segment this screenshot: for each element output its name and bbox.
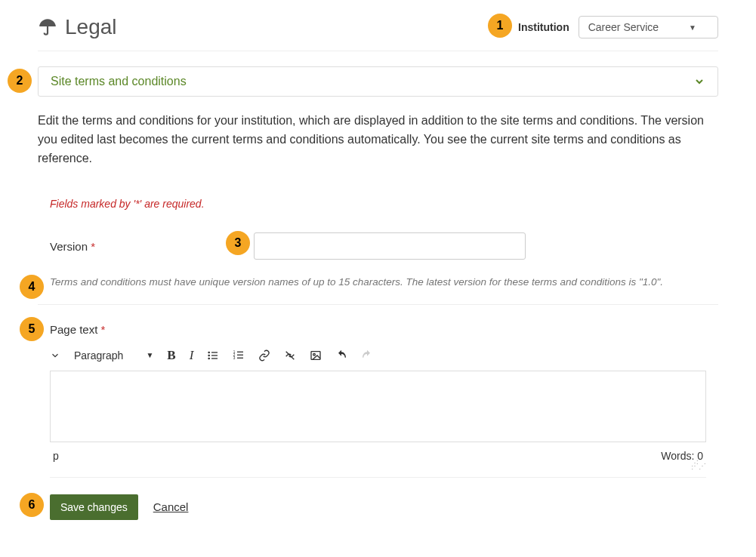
- svg-point-4: [208, 357, 211, 359]
- save-button[interactable]: Save changes: [50, 494, 138, 520]
- editor-path: p: [53, 450, 59, 462]
- annotation-1: 1: [488, 14, 512, 38]
- redo-button[interactable]: [361, 349, 373, 362]
- chevron-down-icon: [693, 75, 705, 88]
- svg-point-0: [208, 351, 211, 353]
- undo-button[interactable]: [335, 349, 347, 362]
- editor-toolbar: Paragraph ▼ B I 123: [38, 343, 718, 371]
- format-caret-icon: ▼: [146, 351, 153, 359]
- annotation-2: 2: [8, 69, 32, 93]
- bullet-list-button[interactable]: [207, 349, 219, 362]
- description-text: Edit the terms and conditions for your i…: [38, 112, 718, 168]
- umbrella-icon: [38, 17, 57, 37]
- link-button[interactable]: [258, 349, 270, 362]
- svg-rect-9: [237, 354, 243, 355]
- editor-textarea[interactable]: [50, 371, 706, 442]
- image-button[interactable]: [310, 349, 322, 362]
- toolbar-expand-icon[interactable]: [50, 350, 60, 361]
- version-label: Version *: [50, 240, 254, 253]
- annotation-6: 6: [20, 493, 44, 517]
- unlink-button[interactable]: [284, 349, 296, 362]
- svg-point-2: [208, 354, 211, 356]
- accordion-title: Site terms and conditions: [51, 75, 187, 88]
- page-title-text: Legal: [65, 15, 117, 39]
- version-input[interactable]: [254, 232, 526, 260]
- resize-handle-icon[interactable]: ⋰⋰⋰: [691, 462, 706, 468]
- institution-select[interactable]: Career Service ▼: [579, 16, 718, 38]
- page-title: Legal: [38, 15, 117, 39]
- dropdown-caret-icon: ▼: [689, 23, 696, 32]
- bold-button[interactable]: B: [167, 348, 175, 363]
- svg-rect-12: [311, 351, 320, 359]
- required-fields-note: Fields marked by '*' are required.: [38, 198, 718, 210]
- cancel-button[interactable]: Cancel: [153, 500, 189, 513]
- italic-button[interactable]: I: [190, 348, 194, 363]
- pagetext-label: Page text *: [38, 323, 718, 336]
- format-select[interactable]: Paragraph ▼: [74, 349, 153, 362]
- numbered-list-button[interactable]: 123: [233, 349, 245, 362]
- institution-selected: Career Service: [588, 21, 659, 33]
- institution-label: Institution: [518, 21, 569, 33]
- svg-rect-3: [211, 355, 218, 355]
- version-help-text: Terms and conditions must have unique ve…: [38, 275, 718, 304]
- svg-rect-7: [237, 351, 243, 352]
- svg-rect-5: [211, 358, 218, 359]
- annotation-5: 5: [20, 317, 44, 341]
- accordion-site-terms[interactable]: Site terms and conditions: [38, 66, 718, 97]
- svg-point-13: [313, 353, 316, 355]
- svg-text:3: 3: [233, 356, 236, 360]
- svg-rect-11: [237, 357, 243, 358]
- svg-rect-1: [211, 352, 218, 352]
